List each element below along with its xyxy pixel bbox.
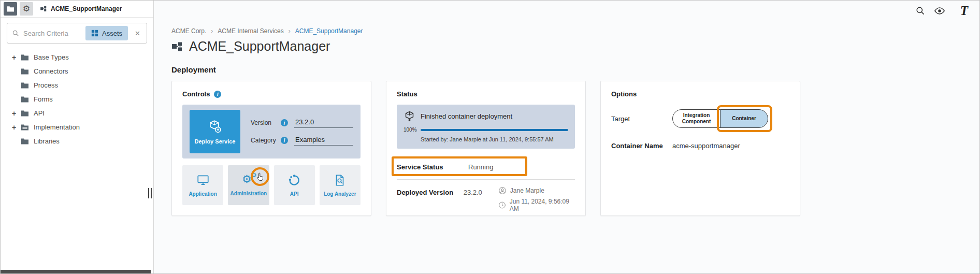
breadcrumb-item[interactable]: ACME Corp. [171, 27, 206, 35]
deploy-panel: Deploy Service Version i 23.2.0 Category… [182, 105, 361, 158]
administration-tile[interactable]: ⚙⚙ Administration [228, 165, 269, 205]
deployed-version-label: Deployed Version [397, 186, 464, 196]
deploy-fields: Version i 23.2.0 Category i Examples [251, 118, 353, 146]
info-icon[interactable]: i [281, 119, 288, 126]
version-field-row: Version i 23.2.0 [251, 118, 353, 128]
controls-card-title-row: Controls i [182, 90, 361, 98]
sidebar-resize-handle[interactable] [148, 188, 152, 198]
target-option-container[interactable]: Container [720, 109, 768, 128]
api-tile[interactable]: API [274, 165, 315, 205]
controls-card: Controls i Deploy Service [171, 81, 371, 216]
folder-tree-button[interactable] [4, 2, 17, 16]
project-icon [171, 40, 183, 53]
tree-item-implementation[interactable]: + Implementation [1, 120, 153, 134]
target-label: Target [611, 115, 672, 123]
search-placeholder: Search Criteria [23, 30, 81, 37]
sidebar-horizontal-scrollbar[interactable] [1, 270, 151, 273]
deploy-service-label: Deploy Service [195, 138, 236, 145]
app-window: ⚙ ACME_SupportManager Search Criteria As… [0, 0, 980, 274]
deployed-by-name: Jane Marple [510, 187, 544, 194]
tree-item-base-types[interactable]: + Base Types [1, 50, 153, 64]
application-tile[interactable]: Application [182, 165, 223, 205]
page-title-row: ACME_SupportManager [171, 39, 330, 54]
breadcrumb-item[interactable]: ACME Internal Services [218, 27, 283, 35]
started-by-text: Started by: Jane Marple at Jun 11, 2024,… [403, 136, 568, 142]
options-card-title: Options [611, 90, 637, 98]
controls-tiles: Application ⚙⚙ Administration [182, 165, 361, 205]
version-label: Version [251, 119, 277, 126]
project-icon [40, 5, 47, 12]
deployed-at-time: Jun 11, 2024, 9:56:09 AM [510, 198, 575, 212]
folder-icon [7, 5, 15, 13]
tree-item-label: API [34, 109, 45, 117]
tree-item-libraries[interactable]: Libraries [1, 134, 153, 148]
deployed-version-value: 23.2.0 [464, 186, 498, 196]
folder-icon [21, 53, 29, 62]
info-icon[interactable]: i [281, 137, 288, 144]
container-name-value: acme-supportmanager [672, 142, 740, 150]
folder-icon [21, 67, 29, 76]
tree-item-label: Connectors [34, 67, 68, 75]
folder-icon [21, 95, 29, 104]
deployed-version-row: Deployed Version 23.2.0 Jane Marple [397, 186, 575, 212]
category-input[interactable]: Examples [294, 135, 353, 146]
user-icon [498, 186, 507, 195]
status-message: Finished container deployment [421, 112, 512, 120]
global-search-icon[interactable] [915, 6, 925, 16]
version-input[interactable]: 23.2.0 [294, 118, 353, 128]
category-label: Category [251, 137, 277, 144]
breadcrumb-item-current[interactable]: ACME_SupportManager [295, 27, 363, 35]
expand-icon[interactable]: + [12, 53, 21, 62]
deploy-service-button[interactable]: Deploy Service [190, 110, 240, 153]
tree-item-connectors[interactable]: Connectors [1, 64, 153, 78]
expand-icon[interactable]: + [12, 123, 21, 132]
progress-percent: 100% [403, 127, 417, 133]
tree-item-label: Forms [34, 95, 53, 103]
project-tab-label: ACME_SupportManager [51, 5, 122, 12]
tree-item-label: Base Types [34, 53, 69, 61]
options-card: Options Target Integration Component Con… [600, 81, 800, 216]
container-name-label: Container Name [611, 142, 672, 150]
clear-search-icon[interactable]: ✕ [135, 30, 140, 37]
log-analyzer-tile-label: Log Analyzer [324, 191, 356, 197]
status-card: Status Finished container deployment 100… [386, 81, 586, 216]
deployment-cards: Controls i Deploy Service [171, 81, 800, 216]
status-message-row: Finished container deployment [403, 110, 568, 122]
assets-filter-chip[interactable]: Assets [85, 26, 128, 40]
breadcrumb: ACME Corp. › ACME Internal Services › AC… [171, 27, 363, 35]
settings-button[interactable]: ⚙ [20, 2, 33, 16]
assets-filter-label: Assets [102, 30, 122, 37]
assets-grid-icon [91, 30, 98, 37]
deployed-at-row: Jun 11, 2024, 9:56:09 AM [498, 198, 575, 212]
application-tile-label: Application [189, 191, 217, 197]
page-title: ACME_SupportManager [189, 39, 330, 54]
container-name-row: Container Name acme-supportmanager [611, 142, 789, 150]
expand-icon[interactable]: + [12, 109, 21, 118]
sidebar-toolbar: ⚙ ACME_SupportManager [1, 1, 153, 18]
service-status-value: Running [468, 163, 493, 171]
clock-icon [498, 201, 506, 209]
gear-icon: ⚙ [23, 5, 30, 13]
info-icon[interactable]: i [214, 91, 221, 98]
api-icon [287, 174, 301, 187]
tree-item-process[interactable]: Process [1, 78, 153, 92]
search-input[interactable]: Search Criteria Assets ✕ [7, 23, 147, 44]
deployment-section-heading: Deployment [171, 65, 216, 74]
controls-card-title: Controls [182, 90, 210, 98]
preview-eye-icon[interactable] [934, 5, 945, 17]
folder-icon [21, 137, 29, 146]
category-field-row: Category i Examples [251, 135, 353, 146]
progress-row: 100% [403, 127, 568, 133]
deploy-box-icon [208, 119, 222, 134]
tree-item-api[interactable]: + API [1, 106, 153, 120]
asset-tree: + Base Types Connectors Process Forms + [1, 47, 153, 148]
tech-community-logo[interactable]: T [960, 4, 968, 17]
sidebar: ⚙ ACME_SupportManager Search Criteria As… [1, 1, 154, 273]
project-tab[interactable]: ACME_SupportManager [40, 5, 122, 12]
top-right-toolbar: T [915, 4, 968, 17]
tree-item-forms[interactable]: Forms [1, 92, 153, 106]
progress-bar [421, 129, 568, 131]
search-icon [12, 30, 19, 37]
log-analyzer-tile[interactable]: Log Analyzer [320, 165, 361, 205]
target-option-integration-component[interactable]: Integration Component [672, 109, 720, 128]
